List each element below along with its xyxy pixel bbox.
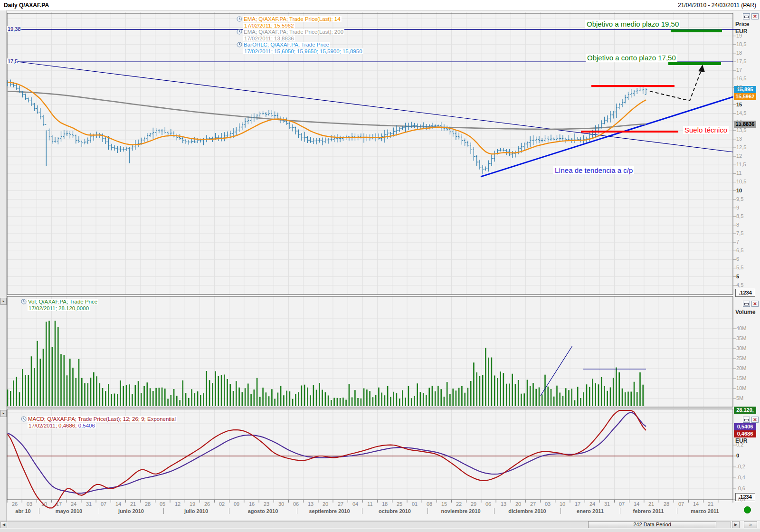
axis-tick-label: 13,5: [736, 127, 746, 133]
clock-icon[interactable]: [21, 299, 27, 304]
price-axis-title: Price: [735, 21, 749, 28]
xaxis-day-label: 14: [631, 501, 642, 507]
axis-tick-label: 12: [736, 153, 742, 159]
xaxis-day-label: 20: [513, 501, 524, 507]
panel-splitter-button-macd[interactable]: ▸: [0, 410, 7, 417]
chart-canvas[interactable]: [0, 0, 760, 532]
month-separator: [39, 508, 39, 514]
axis-tick-label: 14,5: [736, 110, 746, 116]
xaxis-day-label: 31: [83, 501, 95, 507]
axis-tick-label: -0,8: [736, 496, 745, 502]
annotation-target-medium[interactable]: Objetivo a medio plazo 19,50: [585, 20, 680, 28]
xaxis-day-label: 20: [320, 501, 331, 507]
xaxis-day-label: 14: [113, 501, 124, 507]
month-separator: [620, 508, 620, 514]
price-decimals-button[interactable]: .1234: [735, 289, 755, 297]
month-separator: [428, 508, 428, 514]
price-level-label-19-38: 19,38: [7, 26, 21, 32]
legend-row-macd-value: 17/02/2011; 0,4686; 0,5406: [28, 423, 96, 428]
axis-tick-label: 11,5: [736, 162, 746, 167]
axis-tick-label: 19: [736, 33, 742, 38]
price-panel-close-button[interactable]: ✕: [751, 13, 759, 19]
axis-tick-label: 6,5: [736, 247, 743, 253]
jump-to-latest-button[interactable]: »: [744, 521, 757, 528]
xaxis-day-label: 24: [587, 501, 598, 507]
axis-tick-label: 15M: [736, 375, 746, 381]
legend-row-ema200: EMA; Q/AXAF.PA; Trade Price(Last); 200: [237, 29, 344, 35]
month-separator: [229, 508, 229, 514]
price-panel-minimize-button[interactable]: [743, 13, 750, 19]
axis-tick-label: 15,5: [736, 93, 746, 98]
clock-icon[interactable]: [237, 16, 242, 22]
clock-icon[interactable]: [237, 29, 242, 35]
close-icon: ✕: [753, 417, 757, 422]
annotation-trendline[interactable]: Línea de tendencia a c/p: [553, 166, 634, 174]
axis-tick-label: 13: [736, 136, 742, 142]
month-separator: [560, 508, 561, 514]
chart-title: Daily Q/AXAF.PA: [4, 2, 49, 9]
xaxis-month-label: agosto 2010: [229, 508, 297, 514]
xaxis-day-label: 24: [68, 501, 79, 507]
axis-tick-label: 10: [736, 188, 742, 193]
xaxis-day-label: 26: [201, 501, 213, 507]
month-separator: [99, 508, 99, 514]
legend-row-ema14: EMA; Q/AXAF.PA; Trade Price(Last); 14: [237, 16, 342, 22]
legend-row-volume-value: 17/02/2011; 28.120,0000: [28, 305, 90, 311]
macd-signal-tag: 0,5406: [734, 423, 756, 430]
xaxis-day-label: 03: [24, 501, 35, 507]
axis-tick-label: 15: [736, 102, 742, 107]
month-separator: [297, 508, 297, 514]
clock-icon[interactable]: [237, 42, 242, 48]
macd-legend-value: 17/02/2011; 0,4686;: [28, 423, 78, 428]
volume-legend-name: Vol; Q/AXAF.PA; Trade Price: [27, 299, 98, 304]
axis-tick-label: 11: [736, 170, 741, 176]
xaxis-day-label: 11: [364, 501, 376, 507]
axis-tick-label: 16: [736, 84, 742, 90]
axis-tick-label: 9: [736, 205, 739, 210]
xaxis-day-label: 02: [216, 501, 228, 507]
macd-signal-legend-value: 0,5406: [78, 423, 95, 428]
legend-row-barohlc-value: 17/02/2011; 15,6050; 15,9650; 15,5900; 1…: [243, 48, 363, 54]
month-separator: [362, 508, 362, 514]
bottom-strip: [0, 529, 760, 532]
clock-icon[interactable]: [21, 416, 27, 422]
xaxis-day-label: 17: [572, 501, 583, 507]
scroll-right-button[interactable]: ▶: [732, 521, 740, 528]
axis-tick-label: -0,4: [736, 475, 745, 480]
volume-panel-minimize-button[interactable]: [743, 301, 750, 307]
volume-panel-close-button[interactable]: ✕: [751, 301, 759, 307]
xaxis-day-label: 18: [379, 501, 390, 507]
xaxis-month-label: junio 2010: [99, 508, 163, 514]
macd-panel-close-button[interactable]: ✕: [751, 417, 759, 423]
scroll-left-button[interactable]: ◀: [0, 521, 7, 528]
arrow-left-icon: ◀: [2, 522, 5, 527]
barohlc-legend-value: 17/02/2011; 15,6050; 15,9650; 15,5900; 1…: [243, 48, 363, 54]
panel-splitter-button-volume[interactable]: ▸: [0, 298, 7, 305]
xaxis-month-label: diciembre 2010: [494, 508, 560, 514]
xaxis-day-label: 15: [438, 501, 450, 507]
axis-tick-label: 7: [736, 239, 739, 245]
axis-tick-label: 30M: [736, 345, 746, 351]
connection-status-indicator: [744, 506, 751, 513]
xaxis-day-label: 14: [690, 501, 702, 507]
xaxis-day-label: 27: [527, 501, 539, 507]
legend-row-volume: Vol; Q/AXAF.PA; Trade Price: [21, 299, 98, 304]
annotation-floor[interactable]: Suelo técnico: [683, 126, 729, 134]
axis-tick-label: 9,5: [736, 196, 743, 202]
timeline-scrollbar-thumb[interactable]: 242 Data Period: [588, 521, 716, 528]
xaxis-day-label: 19: [187, 501, 198, 507]
xaxis-day-label: 31: [601, 501, 613, 507]
xaxis-month-label: octubre 2010: [362, 508, 428, 514]
xaxis-day-label: 13: [498, 501, 509, 507]
xaxis-month-label: marzo 2011: [677, 508, 733, 514]
annotation-target-short[interactable]: Objetivo a corto plazo 17,50: [586, 54, 677, 62]
xaxis-month-label: noviembre 2010: [428, 508, 494, 514]
xaxis-day-label: 27: [335, 501, 346, 507]
axis-tick-label: 16,5: [736, 76, 746, 81]
price-level-label-17-5: 17,5: [7, 58, 18, 64]
xaxis-day-label: 17: [53, 501, 65, 507]
xaxis-day-label: 21: [705, 501, 716, 507]
month-separator: [163, 508, 164, 514]
axis-tick-label: 0: [736, 453, 739, 458]
macd-panel-minimize-button[interactable]: [743, 417, 750, 423]
